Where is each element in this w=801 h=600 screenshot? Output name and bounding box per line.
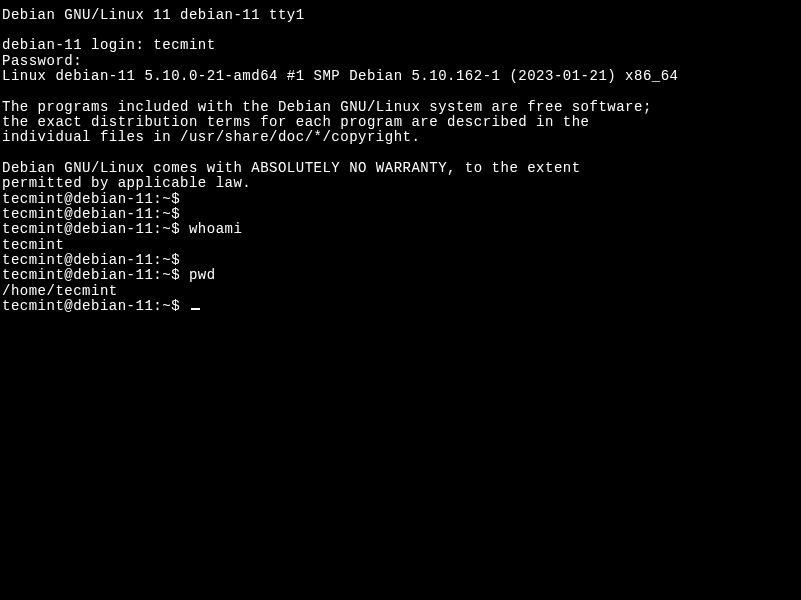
shell-line: tecmint@debian-11:~$ bbox=[2, 207, 799, 222]
shell-line: tecmint@debian-11:~$ whoami bbox=[2, 222, 799, 237]
blank-line bbox=[2, 85, 799, 100]
blank-line bbox=[2, 23, 799, 38]
shell-prompt: tecmint@debian-11:~$ bbox=[2, 206, 189, 222]
shell-prompt: tecmint@debian-11:~$ bbox=[2, 221, 189, 237]
login-input[interactable]: tecmint bbox=[153, 37, 215, 53]
motd-line: the exact distribution terms for each pr… bbox=[2, 115, 799, 130]
output-line: tecmint bbox=[2, 238, 799, 253]
shell-prompt: tecmint@debian-11:~$ bbox=[2, 252, 189, 268]
cursor-icon bbox=[191, 308, 200, 310]
motd-line: Debian GNU/Linux comes with ABSOLUTELY N… bbox=[2, 161, 799, 176]
motd-line: The programs included with the Debian GN… bbox=[2, 100, 799, 115]
shell-input[interactable]: pwd bbox=[189, 267, 216, 283]
shell-line: tecmint@debian-11:~$ bbox=[2, 299, 799, 314]
shell-input[interactable]: whoami bbox=[189, 221, 242, 237]
login-prompt: debian-11 login: bbox=[2, 37, 153, 53]
motd-line: permitted by applicable law. bbox=[2, 176, 799, 191]
shell-line: tecmint@debian-11:~$ pwd bbox=[2, 268, 799, 283]
password-line[interactable]: Password: bbox=[2, 54, 799, 69]
kernel-line: Linux debian-11 5.10.0-21-amd64 #1 SMP D… bbox=[2, 69, 799, 84]
shell-prompt: tecmint@debian-11:~$ bbox=[2, 298, 189, 314]
shell-prompt: tecmint@debian-11:~$ bbox=[2, 267, 189, 283]
blank-line bbox=[2, 146, 799, 161]
output-line: /home/tecmint bbox=[2, 284, 799, 299]
motd-line: individual files in /usr/share/doc/*/cop… bbox=[2, 130, 799, 145]
shell-line: tecmint@debian-11:~$ bbox=[2, 253, 799, 268]
login-line: debian-11 login: tecmint bbox=[2, 38, 799, 53]
shell-prompt: tecmint@debian-11:~$ bbox=[2, 191, 189, 207]
banner-line: Debian GNU/Linux 11 debian-11 tty1 bbox=[2, 8, 799, 23]
shell-line: tecmint@debian-11:~$ bbox=[2, 192, 799, 207]
